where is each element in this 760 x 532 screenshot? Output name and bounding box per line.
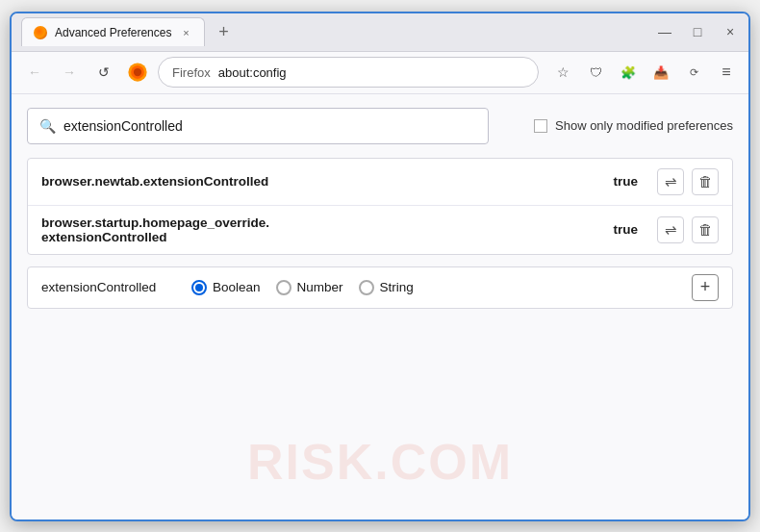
downloads-icon[interactable]: 📥 xyxy=(648,60,673,85)
radio-boolean-dot xyxy=(195,284,203,291)
close-button[interactable]: × xyxy=(722,23,739,40)
pref-name: browser.startup.homepage_override. exten… xyxy=(41,215,601,244)
table-row: browser.newtab.extensionControlled true … xyxy=(28,159,732,206)
new-pref-name: extensionControlled xyxy=(41,280,176,294)
tab-close-button[interactable]: × xyxy=(179,26,192,39)
forward-button[interactable]: → xyxy=(56,59,83,86)
content-area: RISK.COM 🔍 Show only modified preference… xyxy=(12,94,748,519)
delete-icon: 🗑 xyxy=(698,173,713,190)
toggle-button[interactable]: ⇌ xyxy=(657,216,684,243)
search-input[interactable] xyxy=(63,118,476,134)
minimize-button[interactable]: — xyxy=(656,23,673,40)
nav-icons-group: ☆ 🛡 🧩 📥 ⟳ ≡ xyxy=(550,60,739,85)
firefox-logo xyxy=(127,62,148,83)
refresh-icon: ↺ xyxy=(98,64,110,80)
pref-value: true xyxy=(613,222,638,237)
row-actions: ⇌ 🗑 xyxy=(657,168,719,195)
add-pref-button[interactable]: + xyxy=(692,274,719,301)
results-table: browser.newtab.extensionControlled true … xyxy=(27,158,733,255)
delete-icon: 🗑 xyxy=(698,221,713,238)
search-icon: 🔍 xyxy=(39,118,56,134)
radio-string[interactable]: String xyxy=(359,280,414,295)
radio-number-label: Number xyxy=(297,280,343,294)
shield-icon[interactable]: 🛡 xyxy=(583,60,608,85)
sync-icon[interactable]: ⟳ xyxy=(681,60,706,85)
tab-favicon xyxy=(34,26,47,39)
radio-number[interactable]: Number xyxy=(276,280,343,295)
radio-number-circle xyxy=(276,280,291,295)
radio-boolean[interactable]: Boolean xyxy=(191,280,261,295)
show-modified-label: Show only modified preferences xyxy=(555,118,733,133)
bookmark-star-icon[interactable]: ☆ xyxy=(550,60,575,85)
toggle-icon: ⇌ xyxy=(665,173,677,190)
extensions-icon[interactable]: 🧩 xyxy=(616,60,641,85)
radio-string-label: String xyxy=(380,280,414,294)
browser-window: Advanced Preferences × + — □ × ← → ↺ xyxy=(10,12,750,521)
type-radio-group: Boolean Number String xyxy=(191,280,414,295)
radio-boolean-label: Boolean xyxy=(213,280,261,294)
table-row: browser.startup.homepage_override. exten… xyxy=(28,206,732,254)
pref-name-line2: extensionControlled xyxy=(41,230,601,244)
toggle-icon: ⇌ xyxy=(665,221,677,239)
new-tab-button[interactable]: + xyxy=(211,19,236,44)
svg-point-2 xyxy=(134,68,141,76)
search-row: 🔍 Show only modified preferences xyxy=(27,108,733,144)
back-button[interactable]: ← xyxy=(21,59,48,86)
active-tab[interactable]: Advanced Preferences × xyxy=(21,17,205,46)
back-icon: ← xyxy=(28,64,41,80)
delete-button[interactable]: 🗑 xyxy=(692,168,719,195)
title-bar: Advanced Preferences × + — □ × xyxy=(12,13,748,52)
refresh-button[interactable]: ↺ xyxy=(90,59,117,86)
pref-value: true xyxy=(613,174,638,189)
pref-name-line1: browser.startup.homepage_override. xyxy=(41,215,601,230)
forward-icon: → xyxy=(63,64,76,80)
maximize-button[interactable]: □ xyxy=(689,23,706,40)
delete-button[interactable]: 🗑 xyxy=(692,216,719,243)
menu-icon[interactable]: ≡ xyxy=(714,60,739,85)
show-modified-wrap: Show only modified preferences xyxy=(534,118,733,133)
nav-bar: ← → ↺ Firefox about:config ☆ 🛡 🧩 📥 xyxy=(12,52,748,94)
row-actions: ⇌ 🗑 xyxy=(657,216,719,243)
address-bar[interactable]: Firefox about:config xyxy=(158,57,539,88)
window-controls: — □ × xyxy=(656,23,739,40)
tab-title: Advanced Preferences xyxy=(55,26,171,39)
radio-string-circle xyxy=(359,280,374,295)
radio-boolean-circle xyxy=(191,280,207,295)
watermark: RISK.COM xyxy=(247,433,513,491)
toggle-button[interactable]: ⇌ xyxy=(657,168,684,195)
pref-name: browser.newtab.extensionControlled xyxy=(41,174,601,189)
add-preference-row: extensionControlled Boolean Number xyxy=(27,266,733,309)
browser-name: Firefox xyxy=(172,65,211,80)
show-modified-checkbox[interactable] xyxy=(534,119,547,133)
search-input-wrap[interactable]: 🔍 xyxy=(27,108,489,144)
address-text: about:config xyxy=(218,65,287,80)
